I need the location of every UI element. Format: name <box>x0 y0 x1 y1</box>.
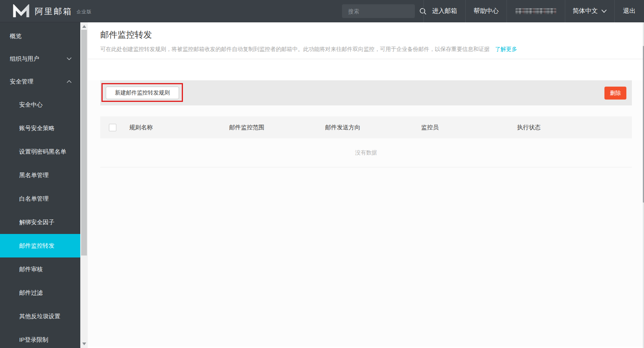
sidebar-item-label: IP登录限制 <box>19 336 48 344</box>
sidebar-item-label: 设置弱密码黑名单 <box>19 148 66 156</box>
description-text: 可在此处创建监控转发规则，将被监控邮箱收发的邮件自动复制到监控者的邮箱中。此功能… <box>100 46 490 52</box>
sidebar-item-org-users[interactable]: 组织与用户 <box>0 47 80 70</box>
column-header-send-direction: 邮件发送方向 <box>325 124 421 131</box>
sidebar-item-label: 邮件过滤 <box>19 289 43 297</box>
sidebar-item-label: 账号安全策略 <box>19 125 54 132</box>
logout-button[interactable]: 退出 <box>614 0 644 22</box>
enter-mailbox-label: 进入邮箱 <box>432 7 457 15</box>
sidebar-item-mail-monitor-forward[interactable]: 邮件监控转发 <box>0 234 80 257</box>
mail-logo-m-icon <box>13 4 30 18</box>
page-header: 邮件监控转发 可在此处创建监控转发规则，将被监控邮箱收发的邮件自动复制到监控者的… <box>88 22 644 59</box>
sidebar-item-mail-review[interactable]: 邮件审核 <box>0 257 80 281</box>
column-header-exec-status: 执行状态 <box>517 124 632 131</box>
brand-edition-badge: 企业版 <box>76 9 92 15</box>
sidebar-item-label: 邮件审核 <box>19 266 43 273</box>
language-selector[interactable]: 简体中文 <box>565 0 614 22</box>
page-description: 可在此处创建监控转发规则，将被监控邮箱收发的邮件自动复制到监控者的邮箱中。此功能… <box>100 45 632 53</box>
help-center-link[interactable]: 帮助中心 <box>465 0 507 22</box>
page-body: 新建邮件监控转发规则 删除 规则名称 邮件监控范围 邮件发送方向 监控员 执行状… <box>88 80 644 347</box>
sidebar-item-security-center[interactable]: 安全中心 <box>0 93 80 116</box>
sidebar-scrollbar-thumb[interactable] <box>81 30 87 256</box>
select-all-checkbox[interactable] <box>109 124 116 131</box>
top-bar: 阿里邮箱 企业版 进入邮箱 帮助中心 简体中文 <box>0 0 644 22</box>
column-header-monitor-person: 监控员 <box>421 124 517 131</box>
sidebar-item-whitelist-mgmt[interactable]: 白名单管理 <box>0 187 80 210</box>
sidebar-item-label: 邮件监控转发 <box>19 242 54 250</box>
table-empty-state: 没有数据 <box>100 138 632 167</box>
create-rule-button[interactable]: 新建邮件监控转发规则 <box>106 87 179 99</box>
sidebar-item-mail-filter[interactable]: 邮件过滤 <box>0 281 80 304</box>
sidebar-item-label: 安全中心 <box>19 101 43 109</box>
sidebar-item-security-mgmt[interactable]: 安全管理 <box>0 70 80 93</box>
logout-label: 退出 <box>623 7 636 15</box>
column-header-monitor-scope: 邮件监控范围 <box>229 124 325 131</box>
language-label: 简体中文 <box>573 7 598 15</box>
help-center-label: 帮助中心 <box>474 7 499 15</box>
sidebar-nav: 概览 组织与用户 安全管理 安全中心 账号安全策略 设置弱密码黑名单 黑名单管理… <box>0 22 80 348</box>
column-header-rule-name: 规则名称 <box>129 124 229 131</box>
enter-mailbox-link[interactable]: 进入邮箱 <box>423 0 465 22</box>
table-header-row: 规则名称 邮件监控范围 邮件发送方向 监控员 执行状态 <box>100 116 632 138</box>
account-menu[interactable] <box>507 0 565 22</box>
delete-button[interactable]: 删除 <box>604 87 626 100</box>
action-toolbar: 新建邮件监控转发规则 删除 <box>100 80 632 105</box>
sidebar-item-overview[interactable]: 概览 <box>0 25 80 47</box>
sidebar-item-label: 概览 <box>10 33 22 40</box>
sidebar-item-label: 解绑安全因子 <box>19 219 54 226</box>
top-nav: 进入邮箱 帮助中心 简体中文 退出 <box>423 0 644 22</box>
sidebar-item-label: 白名单管理 <box>19 195 49 203</box>
chevron-up-icon <box>67 80 72 83</box>
sidebar-item-weak-password-blacklist[interactable]: 设置弱密码黑名单 <box>0 140 80 163</box>
admin-console-page: 阿里邮箱 企业版 进入邮箱 帮助中心 简体中文 <box>0 0 644 348</box>
search-input[interactable] <box>342 8 419 14</box>
sidebar-item-unbind-security-factor[interactable]: 解绑安全因子 <box>0 210 80 234</box>
sidebar-item-label: 组织与用户 <box>10 55 39 63</box>
scroll-down-arrow-icon[interactable] <box>82 343 86 345</box>
page-title: 邮件监控转发 <box>100 29 632 41</box>
learn-more-link[interactable]: 了解更多 <box>495 46 517 52</box>
chevron-down-icon <box>601 9 607 13</box>
scroll-up-arrow-icon[interactable] <box>82 25 86 28</box>
sidebar-item-ip-login-limit[interactable]: IP登录限制 <box>0 328 80 348</box>
sidebar-item-label: 安全管理 <box>10 78 33 85</box>
sidebar-item-label: 黑名单管理 <box>19 172 49 179</box>
empty-state-text: 没有数据 <box>355 149 377 156</box>
sidebar-item-label: 其他反垃圾设置 <box>19 313 60 320</box>
sidebar-scrollbar[interactable] <box>80 22 88 348</box>
brand-name: 阿里邮箱 <box>35 6 72 17</box>
chevron-down-icon <box>67 57 72 60</box>
search-box[interactable] <box>342 4 415 18</box>
account-name-blurred <box>516 8 556 14</box>
main-content: 邮件监控转发 可在此处创建监控转发规则，将被监控邮箱收发的邮件自动复制到监控者的… <box>88 22 644 348</box>
sidebar-item-blacklist-mgmt[interactable]: 黑名单管理 <box>0 163 80 187</box>
sidebar-item-account-security-policy[interactable]: 账号安全策略 <box>0 116 80 140</box>
brand-logo: 阿里邮箱 企业版 <box>13 0 92 22</box>
sidebar-item-other-antispam[interactable]: 其他反垃圾设置 <box>0 304 80 328</box>
